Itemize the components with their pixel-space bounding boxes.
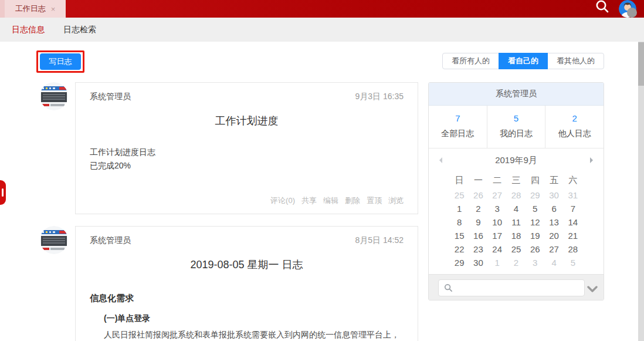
log-content: 工作计划进度日志 已完成20% (76, 146, 418, 173)
log-action-link[interactable]: 评论(0) (270, 195, 295, 206)
log-subsection-heading: (一)单点登录 (76, 313, 418, 324)
calendar-day[interactable]: 3 (526, 256, 544, 269)
filter-mine-button[interactable]: 看自己的 (499, 53, 548, 69)
calendar-weekdays: 日一二三四五六 (450, 172, 582, 188)
log-action-link[interactable]: 删除 (345, 195, 360, 206)
close-icon[interactable]: × (51, 5, 56, 13)
calendar-day[interactable]: 3 (488, 202, 507, 215)
calendar-day[interactable]: 11 (507, 215, 526, 229)
calendar-day[interactable]: 27 (488, 188, 507, 202)
nav-item-log-search[interactable]: 日志检索 (63, 25, 96, 35)
summary-panel: 系统管理员 7 全部日志 5 我的日志 2 他人日志 2019年9月 日一二三四… (428, 82, 604, 301)
log-author: 系统管理员 (90, 92, 131, 102)
calendar-day[interactable]: 25 (507, 242, 526, 256)
stat-value: 5 (514, 113, 518, 123)
calendar-day[interactable]: 4 (507, 202, 526, 215)
calendar-day[interactable]: 29 (450, 256, 469, 269)
log-action-link[interactable]: 共享 (301, 195, 317, 206)
calendar-next-icon[interactable] (590, 157, 593, 163)
calendar-day[interactable]: 15 (450, 229, 469, 242)
calendar-prev-icon[interactable] (439, 157, 442, 163)
calendar-day[interactable]: 25 (450, 188, 469, 202)
calendar-day[interactable]: 5 (564, 256, 582, 269)
calendar-day[interactable]: 9 (469, 215, 487, 229)
log-actions: 评论(0)共享编辑删除置顶浏览 (270, 195, 404, 206)
scrollbar-track[interactable] (638, 42, 644, 341)
calendar-day[interactable]: 17 (488, 229, 507, 242)
write-log-button[interactable]: 写日志 (40, 53, 81, 70)
calendar-day[interactable]: 29 (526, 188, 544, 202)
calendar-day[interactable]: 2 (469, 202, 487, 215)
calendar-nav: 2019年9月 (429, 148, 604, 172)
calendar-weekday: 三 (507, 175, 526, 186)
log-action-link[interactable]: 编辑 (323, 195, 338, 206)
sidebar-collapse-handle[interactable] (0, 180, 6, 205)
calendar-day[interactable]: 6 (544, 202, 563, 215)
panel-stats: 7 全部日志 5 我的日志 2 他人日志 (429, 106, 604, 148)
calendar-day[interactable]: 20 (544, 229, 563, 242)
title-bar: 工作日志 × (0, 0, 644, 18)
filter-all-button[interactable]: 看所有人的 (442, 53, 499, 69)
calendar-day[interactable]: 7 (564, 202, 582, 215)
calendar-day[interactable]: 16 (469, 229, 487, 242)
calendar-day[interactable]: 19 (526, 229, 544, 242)
calendar-day[interactable]: 13 (544, 215, 563, 229)
chevron-down-icon[interactable] (587, 285, 598, 295)
scrollbar-thumb[interactable] (638, 42, 644, 86)
log-author: 系统管理员 (90, 235, 131, 246)
calendar-day[interactable]: 28 (507, 188, 526, 202)
tab-label: 工作日志 (15, 4, 46, 14)
stat-label: 全部日志 (441, 129, 474, 139)
calendar-day[interactable]: 18 (507, 229, 526, 242)
calendar-day[interactable]: 21 (564, 229, 582, 242)
calendar-day[interactable]: 28 (564, 242, 582, 256)
stat-my-logs[interactable]: 5 我的日志 (487, 106, 546, 148)
log-content-line: 已完成20% (90, 159, 404, 173)
tab-edge (0, 0, 5, 18)
filter-others-button[interactable]: 看其他人的 (547, 53, 604, 69)
calendar-day[interactable]: 5 (526, 202, 544, 215)
log-card: 系统管理员 9月3日 16:35 工作计划进度 工作计划进度日志 已完成20% … (75, 82, 418, 214)
calendar-day[interactable]: 2 (507, 256, 526, 269)
calendar-day[interactable]: 26 (526, 242, 544, 256)
log-action-link[interactable]: 置顶 (367, 195, 382, 206)
calendar-month-label: 2019年9月 (495, 155, 537, 166)
log-content-line: 工作计划进度日志 (90, 146, 404, 159)
log-title: 2019-08-05 星期一 日志 (76, 258, 418, 272)
calendar-day[interactable]: 12 (526, 215, 544, 229)
log-entry: 系统管理员 8月5日 14:52 2019-08-05 星期一 日志 信息化需求… (40, 226, 418, 341)
calendar-day[interactable]: 24 (488, 242, 507, 256)
log-action-link[interactable]: 浏览 (388, 195, 404, 206)
calendar-day[interactable]: 14 (564, 215, 582, 229)
stat-label: 他人日志 (558, 129, 591, 139)
calendar-day[interactable]: 22 (450, 242, 469, 256)
calendar-day[interactable]: 8 (450, 215, 469, 229)
calendar-day[interactable]: 1 (450, 202, 469, 215)
log-date: 8月5日 14:52 (355, 235, 404, 246)
calendar-day[interactable]: 27 (544, 242, 563, 256)
stat-all-logs[interactable]: 7 全部日志 (429, 106, 487, 148)
calendar-day[interactable]: 30 (544, 188, 563, 202)
calendar-day[interactable]: 26 (469, 188, 487, 202)
stat-value: 7 (455, 113, 460, 123)
calendar-weekday: 五 (544, 175, 563, 186)
stat-label: 我的日志 (500, 129, 533, 139)
calendar-day[interactable]: 10 (488, 215, 507, 229)
calendar-day[interactable]: 4 (544, 256, 563, 269)
log-entry: 系统管理员 9月3日 16:35 工作计划进度 工作计划进度日志 已完成20% … (40, 82, 418, 214)
author-avatar-icon (40, 82, 68, 110)
calendar-day[interactable]: 30 (469, 256, 487, 269)
calendar-day[interactable]: 23 (469, 242, 487, 256)
stat-others-logs[interactable]: 2 他人日志 (545, 106, 604, 148)
tab-work-log[interactable]: 工作日志 × (5, 0, 66, 18)
panel-header: 系统管理员 (429, 83, 604, 106)
log-paragraph: 人民日报社简报阅批系统和表单报批系统需要嵌入到内网的统一信息管理平台上，实 (76, 328, 418, 341)
log-date: 9月3日 16:35 (355, 92, 404, 102)
search-icon[interactable] (594, 0, 611, 16)
panel-search-input[interactable] (438, 279, 585, 296)
nav-item-log-info[interactable]: 日志信息 (12, 25, 45, 35)
handle-bar-icon (2, 188, 4, 197)
calendar-day[interactable]: 1 (488, 256, 507, 269)
calendar-weekday: 一 (469, 175, 487, 186)
calendar-day[interactable]: 31 (564, 188, 582, 202)
